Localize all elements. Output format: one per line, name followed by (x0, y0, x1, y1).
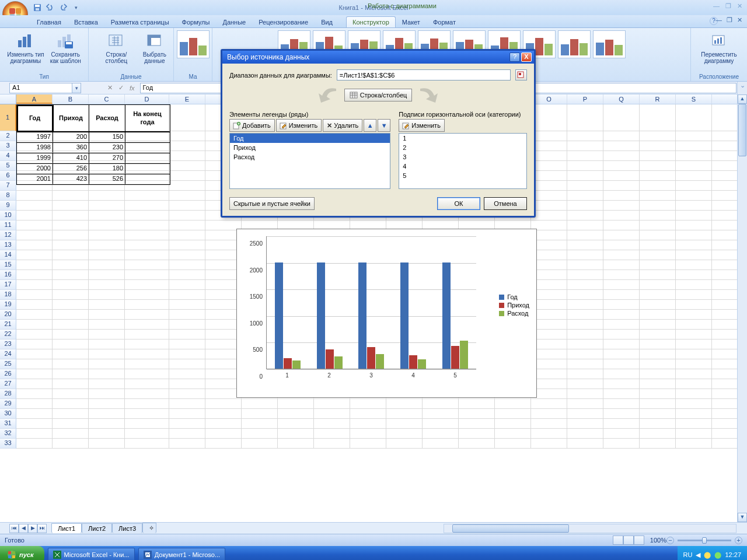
row-header[interactable]: 5 (0, 161, 16, 171)
cell[interactable] (423, 419, 459, 429)
cell[interactable]: 410 (53, 153, 89, 163)
cell[interactable] (169, 220, 205, 230)
cell[interactable] (640, 131, 676, 141)
cell[interactable] (16, 439, 53, 449)
edit-series-button[interactable]: Изменить (276, 119, 322, 132)
name-box-dropdown[interactable]: ▾ (72, 83, 81, 93)
taskbar-item[interactable]: Microsoft Excel - Кни... (48, 548, 135, 560)
chart-layout-thumb[interactable] (177, 30, 210, 58)
cell[interactable] (603, 201, 640, 211)
cell[interactable] (676, 409, 712, 419)
row-header[interactable]: 4 (0, 151, 16, 161)
cell[interactable] (125, 191, 169, 201)
cell[interactable] (567, 141, 603, 151)
cell[interactable] (567, 320, 603, 330)
sheet-tab[interactable]: Лист2 (82, 523, 112, 533)
row-header[interactable]: 8 (0, 191, 16, 201)
cell[interactable] (125, 409, 169, 419)
cell[interactable] (567, 250, 603, 260)
chart-bar[interactable] (275, 262, 283, 369)
cell[interactable] (640, 419, 676, 429)
chart-bar[interactable] (400, 262, 409, 369)
column-header[interactable]: B (53, 94, 89, 104)
zoom-percent[interactable]: 100% (650, 537, 666, 544)
row-header[interactable]: 16 (0, 270, 16, 280)
cell[interactable] (386, 429, 423, 439)
cell[interactable] (640, 230, 676, 240)
row-header[interactable]: 12 (0, 230, 16, 240)
cell[interactable] (531, 439, 567, 449)
cell[interactable] (89, 320, 125, 330)
cell[interactable] (125, 143, 170, 153)
tray-icon[interactable]: ⬤ (704, 551, 711, 559)
row-header[interactable]: 28 (0, 389, 16, 399)
cell[interactable] (16, 349, 53, 359)
row-header[interactable]: 10 (0, 211, 16, 220)
cell[interactable] (603, 270, 640, 280)
cell[interactable] (531, 399, 567, 409)
chart-bar[interactable] (292, 360, 301, 369)
cell[interactable] (676, 151, 712, 161)
cell[interactable] (603, 230, 640, 240)
cell[interactable] (567, 409, 603, 419)
cell[interactable] (16, 290, 53, 300)
tray-lang[interactable]: RU (683, 551, 693, 558)
cell[interactable] (567, 359, 603, 369)
cell[interactable] (386, 419, 423, 429)
cell[interactable] (603, 369, 640, 379)
cell[interactable] (676, 220, 712, 230)
cell[interactable] (125, 270, 169, 280)
cell[interactable] (603, 250, 640, 260)
cell[interactable] (53, 389, 89, 399)
cell[interactable] (205, 439, 242, 449)
row-header[interactable]: 33 (0, 439, 16, 449)
cell[interactable] (278, 399, 314, 409)
scroll-down-icon[interactable]: ▼ (738, 513, 747, 522)
row-header[interactable]: 32 (0, 429, 16, 439)
cell[interactable] (603, 141, 640, 151)
column-header[interactable]: P (567, 94, 603, 104)
move-down-button[interactable]: ▼ (378, 119, 390, 132)
cell[interactable] (169, 419, 205, 429)
cell[interactable] (314, 419, 350, 429)
chart-bar[interactable] (326, 349, 334, 369)
cell[interactable] (640, 181, 676, 191)
category-item[interactable]: 2 (399, 143, 526, 152)
cell[interactable] (640, 359, 676, 369)
column-header[interactable]: Q (603, 94, 640, 104)
cell[interactable] (676, 191, 712, 201)
cell[interactable] (531, 409, 567, 419)
cell[interactable] (89, 211, 125, 220)
move-chart-button[interactable]: Переместить диаграмму (699, 30, 739, 65)
cell[interactable] (423, 409, 459, 419)
row-header[interactable]: 29 (0, 399, 16, 409)
cell[interactable] (603, 290, 640, 300)
cell[interactable] (676, 320, 712, 330)
cell[interactable] (89, 379, 125, 389)
cell[interactable] (53, 409, 89, 419)
cell[interactable] (640, 211, 676, 220)
cell[interactable] (89, 260, 125, 270)
cell[interactable] (169, 359, 205, 369)
cell[interactable] (169, 330, 205, 340)
cell[interactable] (53, 250, 89, 260)
cell[interactable] (640, 349, 676, 359)
cell[interactable] (676, 181, 712, 191)
cell[interactable] (567, 419, 603, 429)
cell[interactable] (531, 201, 567, 211)
cell[interactable] (169, 320, 205, 330)
cell[interactable] (169, 141, 205, 151)
scroll-up-icon[interactable]: ▲ (738, 94, 747, 104)
cell[interactable] (459, 409, 495, 419)
cell[interactable] (89, 300, 125, 310)
cell[interactable] (16, 379, 53, 389)
tab-pagelayout[interactable]: Разметка страницы (104, 16, 176, 27)
cell[interactable] (676, 399, 712, 409)
row-header[interactable]: 13 (0, 240, 16, 250)
cell[interactable] (53, 399, 89, 409)
cell[interactable] (567, 379, 603, 389)
cell[interactable] (16, 419, 53, 429)
cell[interactable] (89, 250, 125, 260)
column-header[interactable]: E (169, 94, 205, 104)
cell[interactable] (16, 260, 53, 270)
